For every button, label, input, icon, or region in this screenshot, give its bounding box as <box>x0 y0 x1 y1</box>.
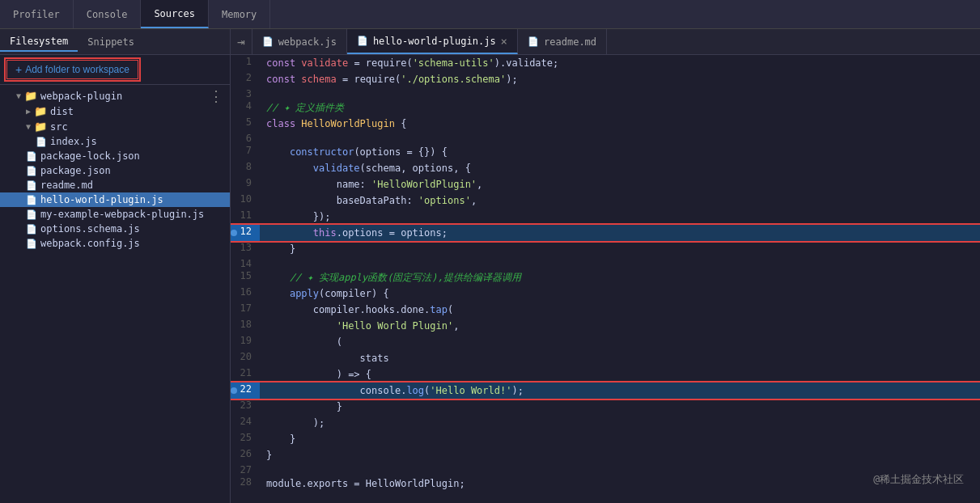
js-tab-icon: 📄 <box>262 36 274 47</box>
line-content <box>260 463 980 476</box>
line-number: 19 <box>231 334 260 350</box>
tab-filesystem[interactable]: Filesystem <box>0 32 78 52</box>
line-content <box>260 257 980 269</box>
line-number: 11 <box>231 209 260 225</box>
code-lines: 1 const validate = require('schema-utils… <box>231 55 980 492</box>
navigate-icon: ⇥ <box>231 29 252 54</box>
tree-item-index-js[interactable]: 📄 index.js <box>0 134 230 149</box>
tree-label: hello-world-plugin.js <box>40 194 163 205</box>
code-line: 23 } <box>231 399 980 415</box>
line-content: }); <box>260 209 980 225</box>
tree-item-package-json[interactable]: 📄 package.json <box>0 163 230 178</box>
tree-label: my-example-webpack-plugin.js <box>40 209 204 220</box>
code-line: 9 name: 'HelloWorldPlugin', <box>231 176 980 192</box>
code-line: 26 } <box>231 447 980 463</box>
line-number: 17 <box>231 302 260 318</box>
code-line: 3 <box>231 87 980 99</box>
tab-label: webpack.js <box>278 36 337 48</box>
line-number: 7 <box>231 144 260 160</box>
editor-tab-readme-md[interactable]: 📄 readme.md <box>518 29 607 54</box>
js-tab-icon: 📄 <box>357 36 368 46</box>
code-line-breakpoint-12: 12 this.options = options; <box>231 225 980 241</box>
line-number: 6 <box>231 132 260 144</box>
md-file-icon: 📄 <box>26 180 37 191</box>
tree-label: package.json <box>40 165 111 176</box>
chevron-down-icon: ▼ <box>16 91 21 100</box>
tree-label: dist <box>50 106 74 117</box>
tab-label: readme.md <box>544 36 596 48</box>
add-folder-button[interactable]: + Add folder to workspace <box>6 60 138 79</box>
line-content: // ✦ 定义插件类 <box>260 99 980 116</box>
tree-item-my-example-webpack-plugin[interactable]: 📄 my-example-webpack-plugin.js <box>0 207 230 222</box>
tree-item-hello-world-plugin[interactable]: 📄 hello-world-plugin.js <box>0 192 230 207</box>
dots-menu[interactable]: ⋮ <box>202 84 230 108</box>
line-content: const schema = require('./options.schema… <box>260 71 980 87</box>
chevron-down-icon: ▼ <box>26 122 31 131</box>
editor-tab-webpack-js[interactable]: 📄 webpack.js <box>252 29 347 54</box>
line-content: baseDataPath: 'options', <box>260 192 980 209</box>
line-number: 13 <box>231 241 260 257</box>
tab-console[interactable]: Console <box>74 0 142 28</box>
tree-label: src <box>50 121 68 133</box>
line-content: // ✦ 实现apply函数(固定写法),提供给编译器调用 <box>260 269 980 285</box>
tab-sources[interactable]: Sources <box>141 0 209 28</box>
line-content: compiler.hooks.done.tap( <box>260 302 980 318</box>
code-editor[interactable]: 1 const validate = require('schema-utils… <box>231 55 980 503</box>
line-number: 25 <box>231 431 260 447</box>
code-line: 8 validate(schema, options, { <box>231 160 980 176</box>
editor-tab-hello-world-plugin-js[interactable]: 📄 hello-world-plugin.js × <box>347 29 518 54</box>
code-line: 18 'Hello World Plugin', <box>231 318 980 334</box>
json-file-icon: 📄 <box>26 151 37 162</box>
line-content: } <box>260 399 980 415</box>
add-folder-label: Add folder to workspace <box>25 64 129 75</box>
md-tab-icon: 📄 <box>528 36 539 47</box>
json-file-icon: 📄 <box>26 166 37 176</box>
top-tab-bar: Profiler Console Sources Memory <box>0 0 980 29</box>
tab-snippets[interactable]: Snippets <box>78 33 144 51</box>
js-file-icon: 📄 <box>36 137 47 147</box>
left-tab-bar: Filesystem Snippets <box>0 29 230 55</box>
code-line: 19 ( <box>231 334 980 350</box>
code-line: 4 // ✦ 定义插件类 <box>231 99 980 116</box>
line-number: 15 <box>231 269 260 285</box>
line-content: 'Hello World Plugin', <box>260 318 980 334</box>
tree-item-src[interactable]: ▼ 📁 src <box>0 119 230 134</box>
code-line-breakpoint-22: 22 console.log('Hello World!'); <box>231 383 980 399</box>
line-content: console.log('Hello World!'); <box>260 383 980 399</box>
file-tree: ▼ 📁 webpack-plugin ▶ 📁 dist ▼ 📁 src <box>0 85 230 503</box>
line-number: 1 <box>231 55 260 71</box>
tab-close-button[interactable]: × <box>501 35 507 48</box>
line-content: stats <box>260 350 980 366</box>
tree-item-options-schema-js[interactable]: 📄 options.schema.js <box>0 222 230 236</box>
line-content: } <box>260 431 980 447</box>
line-content: ( <box>260 334 980 350</box>
line-number: 16 <box>231 285 260 302</box>
line-content: ); <box>260 415 980 431</box>
js-file-icon: 📄 <box>26 239 37 249</box>
code-line: 16 apply(compiler) { <box>231 285 980 302</box>
line-number: 14 <box>231 257 260 269</box>
tree-item-dist[interactable]: ▶ 📁 dist <box>0 104 230 119</box>
line-content <box>260 87 980 99</box>
chevron-right-icon: ▶ <box>26 107 31 116</box>
tree-item-webpack-plugin[interactable]: ▼ 📁 webpack-plugin <box>0 88 230 104</box>
code-line: 13 } <box>231 241 980 257</box>
tree-item-package-lock-json[interactable]: 📄 package-lock.json <box>0 149 230 163</box>
tree-label: readme.md <box>40 180 93 191</box>
tab-profiler[interactable]: Profiler <box>0 0 74 28</box>
line-number: 4 <box>231 99 260 116</box>
left-panel: Filesystem Snippets + Add folder to work… <box>0 29 231 503</box>
line-number: 5 <box>231 116 260 132</box>
js-file-icon: 📄 <box>26 209 37 220</box>
code-line: 7 constructor(options = {}) { <box>231 144 980 160</box>
tree-item-readme-md[interactable]: 📄 readme.md <box>0 178 230 192</box>
editor-tab-bar: ⇥ 📄 webpack.js 📄 hello-world-plugin.js ×… <box>231 29 980 55</box>
code-line: 6 <box>231 132 980 144</box>
app-container: Profiler Console Sources Memory Filesyst… <box>0 0 980 503</box>
line-content: validate(schema, options, { <box>260 160 980 176</box>
line-content <box>260 132 980 144</box>
js-file-icon: 📄 <box>26 195 37 205</box>
right-panel: ⇥ 📄 webpack.js 📄 hello-world-plugin.js ×… <box>231 29 980 503</box>
tree-item-webpack-config-js[interactable]: 📄 webpack.config.js <box>0 236 230 251</box>
tab-memory[interactable]: Memory <box>209 0 270 28</box>
